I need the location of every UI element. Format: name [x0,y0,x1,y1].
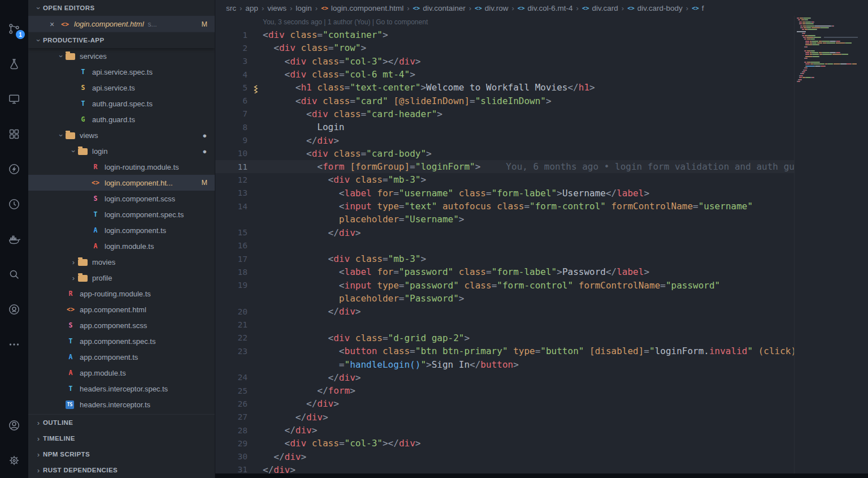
code-line-12[interactable]: 12 <div class="mb-3"> [215,173,794,186]
code-line-18[interactable]: 18 <label for="password" class="form-lab… [215,265,794,278]
code-line-27[interactable]: 27 </div> [215,411,794,424]
code-line-6[interactable]: 6 <div class="card" [@slideInDown]="slid… [215,94,794,107]
tree-folder-profile[interactable]: ›profile [28,270,215,286]
code-line-29[interactable]: 29 <div class="col-3"></div> [215,437,794,450]
code-line-8[interactable]: 8 Login [215,120,794,134]
open-editors-section-header[interactable]: › OPEN EDITORS [28,0,215,16]
line-number[interactable]: 30 [215,452,263,461]
code-line-2[interactable]: 2 <div class="row"> [215,41,794,54]
code-line-22[interactable]: 22 <div class="d-grid gap-2"> [215,331,794,344]
code-line-19[interactable]: 19 <input type="password" class="form-co… [215,279,794,292]
tree-file-api-service-spec-ts[interactable]: Tapi.service.spec.ts [28,64,215,80]
code-line-28[interactable]: 28 </div> [215,424,794,437]
thunder-client-icon[interactable] [0,152,28,187]
extensions-icon[interactable] [0,117,28,152]
settings-gear-icon[interactable] [0,443,28,478]
line-number[interactable]: 19 [215,281,263,290]
search-icon[interactable] [0,257,28,292]
line-number[interactable]: 20 [215,307,263,316]
line-number[interactable]: 29 [215,439,263,448]
code-line-7[interactable]: 7 <div class="card-header"> [215,107,794,120]
line-number[interactable]: 4 [215,70,263,79]
tree-file-login-routing-module-ts[interactable]: Rlogin-routing.module.ts [28,159,215,175]
line-number[interactable]: 11 [215,162,263,171]
breadcrumb-item-login-component-html[interactable]: <>login.component.html [321,4,403,12]
code-line-4[interactable]: 4 <div class="col-6 mt-4"> [215,68,794,81]
breadcrumb-item-src[interactable]: src [226,4,236,12]
breadcrumb-item-div-card[interactable]: <>div.card [582,4,618,12]
line-number[interactable]: 17 [215,255,263,264]
code-area[interactable]: 1<div class="container">2 <div class="ro… [215,28,794,473]
tree-folder-services[interactable]: ›services [28,48,215,64]
tree-file-app-component-html[interactable]: <>app.component.html [28,302,215,317]
line-number[interactable]: 7 [215,109,263,118]
testing-flask-icon[interactable] [0,46,28,81]
tree-file-auth-guard-spec-ts[interactable]: Tauth.guard.spec.ts [28,96,215,111]
line-number[interactable]: 31 [215,465,263,473]
sidebar-section-outline[interactable]: ›OUTLINE [28,415,215,430]
sidebar-section-timeline[interactable]: ›TIMELINE [28,430,215,446]
close-icon[interactable]: × [47,20,57,29]
tree-file-app-component-scss[interactable]: Sapp.component.scss [28,317,215,333]
code-line-16[interactable]: 16 [215,239,794,252]
tree-file-headers-interceptor-ts[interactable]: TSheaders.interceptor.ts [28,397,215,412]
tree-file-auth-guard-ts[interactable]: Gauth.guard.ts [28,111,215,127]
code-line-30[interactable]: 30 </div> [215,450,794,463]
line-number[interactable]: 16 [215,241,263,250]
code-line-13[interactable]: 13 <label for="username" class="form-lab… [215,187,794,200]
breadcrumb-item-login[interactable]: login [296,4,312,12]
line-number[interactable]: 14 [215,202,263,211]
ai-assistant-icon[interactable] [0,292,28,327]
sidebar-section-rust-dependencies[interactable]: ›RUST DEPENDENCIES [28,462,215,478]
code-line-11[interactable]: 11 <form [formGroup]="loginForm">You, 6 … [215,160,794,173]
code-line-14[interactable]: 14 <input type="text" autofocus class="f… [215,200,794,213]
line-number[interactable]: 25 [215,386,263,395]
breadcrumb-item-app[interactable]: app [245,4,258,12]
tree-file-login-component-spec-ts[interactable]: Tlogin.component.spec.ts [28,206,215,222]
line-number[interactable]: 26 [215,399,263,408]
remote-monitor-icon[interactable] [0,81,28,117]
line-number[interactable]: 13 [215,188,263,197]
line-number[interactable]: 1 [215,31,263,40]
minimap[interactable] [794,16,868,473]
line-number[interactable]: 12 [215,175,263,184]
tree-file-headers-interceptor-spec-ts[interactable]: Theaders.interceptor.spec.ts [28,381,215,397]
tree-folder-views[interactable]: ›views● [28,127,215,143]
horizontal-scrollbar[interactable] [215,473,868,478]
tree-file-login-component-scss[interactable]: Slogin.component.scss [28,191,215,206]
tree-file-app-routing-module-ts[interactable]: Rapp-routing.module.ts [28,286,215,302]
code-line-26[interactable]: 26 </div> [215,397,794,410]
code-line-wrap[interactable]: placeholder="Username"> [215,213,794,226]
line-number[interactable]: 18 [215,268,263,277]
code-line-25[interactable]: 25 </form> [215,384,794,397]
line-number[interactable]: 15 [215,228,263,237]
tree-file-login-component-ht-[interactable]: <>login.component.ht...M [28,175,215,191]
code-line-9[interactable]: 9 </div> [215,134,794,147]
tree-file-login-module-ts[interactable]: Alogin.module.ts [28,238,215,254]
line-number[interactable]: 10 [215,149,263,158]
line-number[interactable]: 5 [215,83,263,92]
line-number[interactable]: 27 [215,412,263,421]
breadcrumb-item-div-container[interactable]: <>div.container [413,4,466,12]
breadcrumb-item-f[interactable]: <>f [692,4,704,12]
line-number[interactable]: 22 [215,333,263,342]
code-line-wrap[interactable]: placeholder="Password"> [215,292,794,305]
project-section-header[interactable]: › PRODUCTIVE-APP [28,32,215,48]
account-icon[interactable] [0,408,28,443]
sidebar-section-npm-scripts[interactable]: ›NPM SCRIPTS [28,446,215,462]
line-number[interactable]: 8 [215,123,263,132]
code-line-wrap[interactable]: ="handleLogin()">Sign In</button> [215,358,794,371]
tree-file-app-component-spec-ts[interactable]: Tapp.component.spec.ts [28,333,215,349]
code-line-1[interactable]: 1<div class="container"> [215,28,794,41]
line-number[interactable]: 6 [215,96,263,105]
history-clock-icon[interactable] [0,187,28,222]
line-number[interactable]: 23 [215,347,263,356]
tree-file-app-component-ts[interactable]: Aapp.component.ts [28,349,215,365]
line-number[interactable]: 3 [215,57,263,66]
breadcrumb-item-div-row[interactable]: <>div.row [475,4,508,12]
gitlens-file-blame[interactable]: You, 3 seconds ago | 1 author (You) | Go… [215,16,868,28]
line-number[interactable]: 2 [215,44,263,53]
code-line-20[interactable]: 20 </div> [215,305,794,318]
code-line-3[interactable]: 3 <div class="col-3"></div> [215,55,794,68]
breadcrumb-item-views[interactable]: views [267,4,287,12]
